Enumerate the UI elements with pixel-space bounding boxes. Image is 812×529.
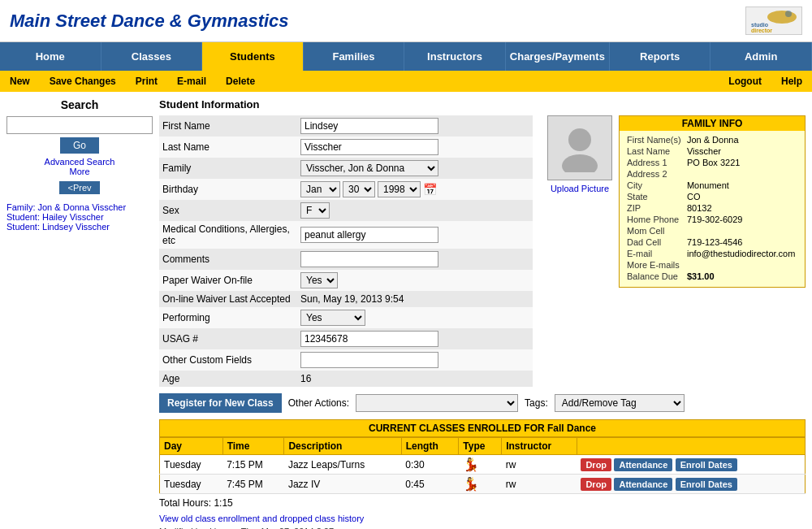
fam-state-label: State bbox=[624, 191, 685, 202]
nav-admin[interactable]: Admin bbox=[710, 42, 812, 71]
sidebar-family-info: Family: Jon & Donna Visscher Student: Ha… bbox=[6, 202, 153, 232]
col-instructor: Instructor bbox=[502, 438, 577, 455]
attendance-button-1[interactable]: Attendance bbox=[614, 458, 672, 471]
birthday-day-select[interactable]: 30 bbox=[343, 181, 375, 197]
student-fields-table: First Name Last Name Family Visscher, Jo… bbox=[159, 115, 533, 387]
paper-waiver-label: Paper Waiver On-file bbox=[159, 270, 297, 291]
prev-button[interactable]: <Prev bbox=[59, 181, 99, 194]
birthday-year-select[interactable]: 1998 bbox=[378, 181, 421, 197]
row1-time: 7:15 PM bbox=[222, 455, 284, 475]
comments-label: Comments bbox=[159, 249, 297, 270]
row2-day: Tuesday bbox=[160, 475, 223, 494]
toolbar-new[interactable]: New bbox=[6, 74, 33, 89]
last-name-input[interactable] bbox=[300, 139, 438, 155]
tags-label: Tags: bbox=[525, 397, 548, 409]
sidebar-family-link[interactable]: Family: Jon & Donna Visscher bbox=[6, 202, 153, 212]
toolbar-delete[interactable]: Delete bbox=[222, 74, 258, 89]
nav-instructors[interactable]: Instructors bbox=[404, 42, 506, 71]
student-form: First Name Last Name Family Visscher, Jo… bbox=[159, 115, 533, 387]
search-input[interactable] bbox=[6, 116, 153, 134]
row1-actions: Drop Attendance Enroll Dates bbox=[577, 455, 805, 475]
toolbar-save[interactable]: Save Changes bbox=[46, 74, 119, 89]
sidebar-student2-link[interactable]: Student: Lindsey Visscher bbox=[6, 222, 153, 232]
fam-address2-label: Address 2 bbox=[624, 168, 685, 180]
fam-mom-cell-label: Mom Cell bbox=[624, 225, 685, 236]
nav-charges[interactable]: Charges/Payments bbox=[506, 42, 610, 71]
family-info-box: FAMILY INFO First Name(s) Jon & Donna La… bbox=[619, 115, 806, 288]
nav-reports[interactable]: Reports bbox=[610, 42, 711, 71]
actions-row: Register for New Class Other Actions: Ta… bbox=[159, 393, 806, 413]
family-table: First Name(s) Jon & Donna Last Name Viss… bbox=[624, 134, 800, 282]
performing-select[interactable]: YesNo bbox=[300, 310, 365, 326]
birthday-month-select[interactable]: JanFebMarApr MayJunJulAug SepOctNovDec bbox=[300, 181, 340, 197]
more-link[interactable]: More bbox=[6, 167, 153, 176]
col-time: Time bbox=[222, 438, 284, 455]
tags-select[interactable]: Add/Remove Tag bbox=[555, 394, 685, 412]
row2-type: rw bbox=[502, 475, 577, 494]
fam-address2-value bbox=[685, 168, 800, 180]
view-old-link[interactable]: View old class enrollment and dropped cl… bbox=[159, 514, 806, 523]
content-area: Student Information First Name Last Name… bbox=[159, 98, 806, 529]
toolbar-email[interactable]: E-mail bbox=[174, 74, 209, 89]
table-row: Tuesday 7:45 PM Jazz IV 0:45 💃 rw Drop A… bbox=[160, 475, 806, 494]
last-name-label: Last Name bbox=[159, 137, 297, 158]
row2-length: 0:45 bbox=[401, 475, 459, 494]
medical-input[interactable] bbox=[300, 227, 438, 243]
nav-families[interactable]: Families bbox=[304, 42, 405, 71]
toolbar-logout[interactable]: Logout bbox=[725, 74, 765, 89]
toolbar-print[interactable]: Print bbox=[132, 74, 161, 89]
classes-section: CURRENT CLASSES ENROLLED FOR Fall Dance … bbox=[159, 419, 806, 529]
other-custom-input[interactable] bbox=[300, 352, 438, 368]
svg-point-5 bbox=[562, 154, 598, 172]
family-label: Family bbox=[159, 158, 297, 179]
other-custom-label: Other Custom Fields bbox=[159, 349, 297, 371]
enroll-dates-button-1[interactable]: Enroll Dates bbox=[676, 458, 737, 471]
nav-students[interactable]: Students bbox=[202, 42, 304, 71]
fam-dad-cell-label: Dad Cell bbox=[624, 236, 685, 248]
calendar-icon[interactable]: 📅 bbox=[423, 183, 437, 196]
performing-label: Performing bbox=[159, 307, 297, 328]
sidebar-links: Advanced Search More bbox=[6, 157, 153, 176]
sidebar: Search Go Advanced Search More <Prev Fam… bbox=[6, 98, 153, 529]
fam-balance-due-value: $31.00 bbox=[685, 271, 800, 282]
svg-text:studio: studio bbox=[751, 22, 768, 28]
fam-more-emails-value bbox=[685, 259, 800, 271]
col-length: Length bbox=[401, 438, 459, 455]
nav-classes[interactable]: Classes bbox=[102, 42, 203, 71]
go-button[interactable]: Go bbox=[60, 137, 99, 154]
other-actions-select[interactable] bbox=[356, 394, 518, 412]
drop-button-1[interactable]: Drop bbox=[581, 458, 611, 471]
family-select[interactable]: Visscher, Jon & Donna bbox=[300, 160, 438, 176]
online-waiver-label: On-line Waiver Last Accepted bbox=[159, 291, 297, 307]
upload-picture-link[interactable]: Upload Picture bbox=[551, 184, 609, 193]
sex-select[interactable]: FM bbox=[300, 202, 330, 219]
age-label: Age bbox=[159, 371, 297, 387]
online-waiver-value: Sun, May 19, 2013 9:54 bbox=[297, 291, 533, 307]
main-nav: Home Classes Students Families Instructo… bbox=[0, 42, 812, 71]
row2-dancer-icon: 💃 bbox=[459, 475, 502, 494]
advanced-search-link[interactable]: Advanced Search bbox=[6, 157, 153, 167]
fam-balance-due-label: Balance Due bbox=[624, 271, 685, 282]
fam-last-name-label: Last Name bbox=[624, 145, 685, 157]
nav-home[interactable]: Home bbox=[0, 42, 102, 71]
total-hours: Total Hours: 1:15 bbox=[159, 497, 806, 509]
register-new-class-button[interactable]: Register for New Class bbox=[159, 393, 282, 413]
sex-label: Sex bbox=[159, 200, 297, 221]
usag-input[interactable] bbox=[300, 331, 438, 347]
fam-zip-value: 80132 bbox=[685, 202, 800, 214]
header: Main Street Dance & Gymnastics studio di… bbox=[0, 0, 812, 42]
drop-button-2[interactable]: Drop bbox=[581, 478, 611, 491]
first-name-label: First Name bbox=[159, 115, 297, 137]
comments-input[interactable] bbox=[300, 251, 438, 267]
attendance-button-2[interactable]: Attendance bbox=[614, 478, 672, 491]
svg-text:director: director bbox=[751, 28, 772, 33]
paper-waiver-select[interactable]: YesNo bbox=[300, 272, 338, 288]
fam-email-value: info@thestudiodirector.com bbox=[685, 248, 800, 259]
fam-dad-cell-value: 719-123-4546 bbox=[685, 236, 800, 248]
first-name-input[interactable] bbox=[300, 118, 438, 134]
fam-home-phone-value: 719-302-6029 bbox=[685, 214, 800, 225]
enroll-dates-button-2[interactable]: Enroll Dates bbox=[676, 478, 737, 491]
toolbar-help[interactable]: Help bbox=[778, 74, 806, 89]
sidebar-student1-link[interactable]: Student: Hailey Visscher bbox=[6, 212, 153, 222]
fam-last-name-value: Visscher bbox=[685, 145, 800, 157]
